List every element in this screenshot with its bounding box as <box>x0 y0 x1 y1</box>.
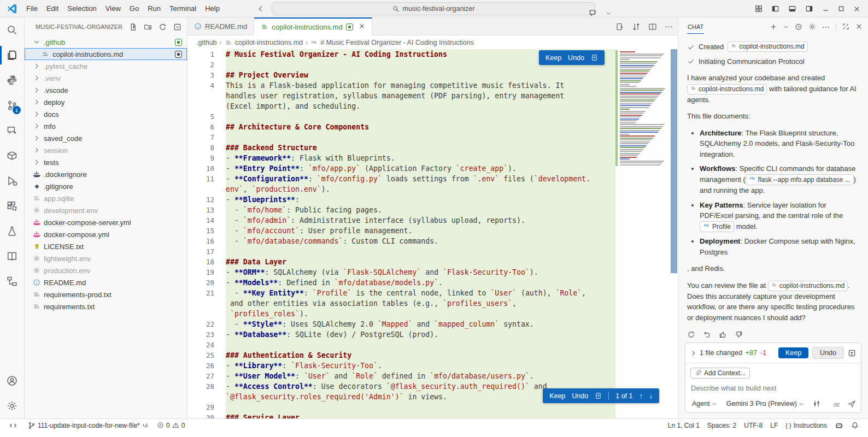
breadcrumb[interactable]: .github›copilot-instructions.md›# Music … <box>187 36 678 49</box>
file-development.env[interactable]: development.env <box>25 204 187 216</box>
file-docker-compose.yml[interactable]: docker-compose.yml <box>25 228 187 240</box>
refresh-icon[interactable] <box>159 23 167 31</box>
maximize-window-icon[interactable] <box>838 5 844 12</box>
file-README.md[interactable]: README.md <box>25 276 187 288</box>
code-line-8[interactable]: 8### Backend Structure <box>187 143 615 153</box>
file-.dockerignore[interactable]: .dockerignore <box>25 168 187 180</box>
file-reference-pill[interactable]: copilot-instructions.md <box>768 281 848 291</box>
menu-file[interactable]: File <box>22 1 42 17</box>
folder-saved_code[interactable]: saved_code <box>25 132 187 144</box>
code-line-7[interactable]: 7 <box>187 132 615 143</box>
remote-indicator[interactable] <box>7 419 20 432</box>
breadcrumb-item[interactable]: .github <box>196 39 217 46</box>
git-branch-status[interactable]: 111-update-input-code-for-new-file* <box>25 419 152 432</box>
toggle-panel-icon[interactable] <box>788 5 796 13</box>
code-line-22[interactable]: 22 - **Style**: Uses SQLAlchemy 2.0 `Map… <box>187 319 615 329</box>
code-line-17[interactable]: 17 <box>187 246 615 257</box>
code-line-13[interactable]: 13 - `mfo/home`: Public facing pages. <box>187 205 615 215</box>
menu-view[interactable]: View <box>101 1 125 17</box>
copilot-status[interactable] <box>832 422 846 429</box>
file-reference-pill[interactable]: copilot-instructions.md <box>687 84 767 95</box>
close-tab-icon[interactable] <box>359 23 365 31</box>
code-line-15[interactable]: 15 - `mfo/account`: User profile managem… <box>187 226 615 236</box>
code-line-14[interactable]: 14 - `mfo/admin`: Administrative interfa… <box>187 215 615 226</box>
file-reference-pill[interactable]: flask --app mfo.app database ... <box>746 174 854 185</box>
activity-run-and-debug[interactable] <box>0 168 24 193</box>
activity-python[interactable] <box>0 68 24 93</box>
file-reference-pill[interactable]: Profile <box>700 221 734 232</box>
file-.gitignore[interactable]: .gitignore <box>25 180 187 192</box>
folder-session[interactable]: session <box>25 144 187 156</box>
toggle-secondary-sidebar-icon[interactable] <box>805 5 813 13</box>
activity-source-control[interactable]: 1 <box>0 93 24 118</box>
code-line-wrap[interactable]: `profiles_roles`). <box>187 309 615 319</box>
new-chat-icon[interactable] <box>770 23 777 31</box>
activity-extensions[interactable] <box>0 193 24 218</box>
activity-accounts[interactable] <box>0 368 24 393</box>
code-line-wrap[interactable]: handles user registration, syllabus mana… <box>187 91 615 101</box>
model-picker[interactable]: Gemini 3 Pro (Preview) <box>725 399 805 409</box>
more-actions-icon[interactable]: ⋯ <box>665 22 673 32</box>
mode-picker[interactable]: Agent <box>690 399 718 409</box>
folder-docs[interactable]: docs <box>25 108 187 120</box>
open-changes-icon[interactable] <box>615 22 624 31</box>
undo-icon[interactable] <box>703 330 711 339</box>
code-line-9[interactable]: 9- **Framework**: Flask with Blueprints. <box>187 153 615 163</box>
thumbs-down-icon[interactable] <box>735 330 743 339</box>
minimap[interactable] <box>615 49 670 418</box>
code-line-10[interactable]: 10- **Entry Point**: `mfo/app.py` (Appli… <box>187 163 615 174</box>
chat-tab[interactable]: CHAT <box>687 19 704 34</box>
code-line-wrap[interactable]: (Excel import), and scheduling. <box>187 101 615 111</box>
code-line-25[interactable]: 25### Authentication & Security <box>187 350 615 361</box>
chevron-down-icon[interactable] <box>783 24 789 29</box>
notifications[interactable] <box>848 422 861 429</box>
keep-change-button[interactable]: Keep <box>546 54 561 62</box>
split-editor-icon[interactable] <box>648 22 657 31</box>
activity-copilot-chat[interactable] <box>0 118 24 143</box>
menu-selection[interactable]: Selection <box>63 1 101 17</box>
problems-status[interactable]: 0 0 <box>154 419 187 432</box>
file-app.sqlite[interactable]: app.sqlite <box>25 192 187 204</box>
command-center-search[interactable]: music-festival-organizer <box>272 2 595 15</box>
customize-layout-icon[interactable] <box>755 5 763 13</box>
code-line-4[interactable]: 4This is a Flask-based application for m… <box>187 80 615 91</box>
send-icon[interactable] <box>847 399 856 408</box>
toggle-primary-sidebar-icon[interactable] <box>771 5 779 13</box>
code-line-wrap[interactable]: and other entities via association table… <box>187 298 615 309</box>
activity-testing[interactable] <box>0 218 24 244</box>
undo-change-button[interactable]: Undo <box>568 54 584 62</box>
chat-settings-icon[interactable] <box>808 23 816 31</box>
configure-tools-icon[interactable] <box>813 400 820 408</box>
activity-search[interactable] <box>0 17 24 43</box>
code-line-12[interactable]: 12- **Blueprints**: <box>187 194 615 205</box>
thumbs-up-icon[interactable] <box>719 330 727 339</box>
code-line-19[interactable]: 19- **ORM**: SQLAlchemy (via `Flask-SQLA… <box>187 267 615 277</box>
folder-.vscode[interactable]: .vscode <box>25 84 187 96</box>
file-docker-compose-server.yml[interactable]: docker-compose-server.yml <box>25 216 187 228</box>
code-line-29[interactable]: 29 <box>187 402 615 412</box>
folder-.pytest_cache[interactable]: .pytest_cache <box>25 60 187 72</box>
file-reference-pill[interactable]: copilot-instructions.md <box>728 42 807 52</box>
regenerate-icon[interactable] <box>687 330 695 339</box>
view-edits-icon[interactable] <box>848 349 856 357</box>
code-line-6[interactable]: 6## Architecture & Core Components <box>187 122 615 132</box>
expand-changes-icon[interactable] <box>690 350 696 356</box>
voice-input-icon[interactable] <box>832 400 841 408</box>
undo-change-button[interactable]: Undo <box>572 392 588 400</box>
code-editor[interactable]: 1# Music Festival Organizer - AI Coding … <box>187 49 615 418</box>
breadcrumb-item[interactable]: # Music Festival Organizer - AI Coding I… <box>320 39 474 46</box>
code-line-26[interactable]: 26- **Library**: `Flask-Security-Too`. <box>187 361 615 371</box>
file-lightweight.env[interactable]: lightweight.env <box>25 252 187 264</box>
minimize-window-icon[interactable] <box>822 5 829 13</box>
keep-all-button[interactable]: Keep <box>778 347 808 358</box>
menu-help[interactable]: Help <box>201 1 224 17</box>
breadcrumb-item[interactable]: copilot-instructions.md <box>235 39 303 46</box>
chat-history-icon[interactable] <box>795 23 802 31</box>
folder-.github[interactable]: .github <box>25 36 187 48</box>
code-line-24[interactable]: 24 <box>187 340 615 350</box>
changed-files-summary[interactable]: 1 file changed <box>700 349 742 357</box>
file-LICENSE.txt[interactable]: LICENSE.txt <box>25 240 187 252</box>
previous-change-icon[interactable]: ↑ <box>640 392 643 400</box>
cursor-position[interactable]: Ln 1, Col 1 <box>665 422 702 429</box>
eol-sequence[interactable]: LF <box>767 422 781 429</box>
